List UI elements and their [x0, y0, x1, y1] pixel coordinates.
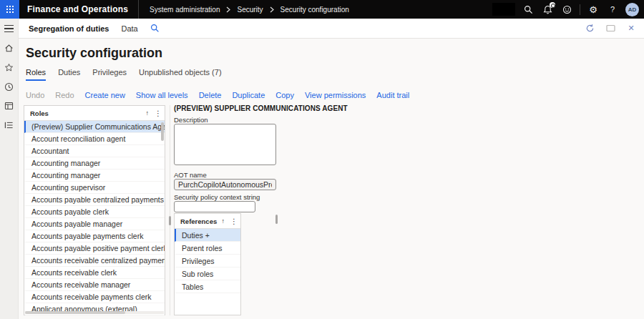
role-row[interactable]: Accounts receivable manager [24, 279, 165, 291]
reference-row[interactable]: Sub roles [175, 268, 240, 280]
column-more-options-icon[interactable]: ⋮ [155, 109, 162, 117]
role-row[interactable]: Account reconciliation agent [24, 133, 165, 145]
content-area: Security configuration Roles Duties Priv… [19, 39, 644, 319]
toolbar-button[interactable]: Copy [275, 91, 294, 99]
notification-badge [550, 2, 555, 8]
breadcrumb: System administration Security Security … [150, 6, 349, 14]
references-grid-header: References ↑ ⋮ [175, 214, 240, 229]
appbar-tabs: Segregation of duties Data [29, 24, 138, 33]
sort-ascending-icon[interactable]: ↑ [222, 217, 225, 225]
toolbar-button[interactable]: Create new [85, 91, 125, 99]
page-tab[interactable]: Roles [26, 68, 46, 81]
page-tab[interactable]: Unpublished objects (7) [139, 68, 222, 81]
role-row[interactable]: Accounts payable positive payment clerk [24, 242, 165, 255]
sort-ascending-icon[interactable]: ↑ [146, 109, 150, 117]
nav-sidebar [0, 19, 19, 319]
role-row[interactable]: Accounts payable clerk [24, 206, 165, 218]
topbar-divider [138, 0, 139, 19]
waffle-icon [6, 6, 14, 13]
description-label: Description [174, 116, 208, 124]
splitter-grip[interactable] [169, 216, 171, 225]
appbar-tab[interactable]: Data [121, 24, 137, 33]
role-row[interactable]: Accounts payable centralized payments cl… [24, 194, 165, 206]
roles-horizontal-scrollbar[interactable] [25, 311, 164, 314]
close-icon[interactable]: ✕ [625, 23, 637, 34]
expand-nav-hamburger-icon[interactable] [4, 24, 14, 34]
notifications-bell-icon[interactable] [541, 3, 554, 16]
references-grid: References ↑ ⋮ Duties + Parent roles Pri… [174, 213, 241, 315]
role-row[interactable]: Accountant [24, 145, 165, 157]
toolbar-button[interactable]: Undo [26, 91, 44, 99]
avatar[interactable]: AD [625, 3, 639, 16]
help-icon[interactable]: ? [606, 3, 619, 16]
roles-grid: Roles ↑ ⋮ (Preview) Supplier Communicati… [24, 105, 165, 315]
reference-row[interactable]: Privileges [175, 255, 240, 268]
description-field[interactable] [174, 124, 276, 165]
role-row[interactable]: (Preview) Supplier Communications Agent [24, 121, 165, 133]
page-tabs: Roles Duties Privileges Unpublished obje… [26, 68, 222, 81]
toolbar-button[interactable]: Delete [199, 91, 222, 99]
roles-vertical-scrollbar[interactable] [161, 122, 164, 141]
appbar-tab[interactable]: Segregation of duties [29, 24, 109, 33]
security-policy-label: Security policy context string [174, 193, 260, 201]
page-title: Security configuration [26, 46, 162, 61]
roles-grid-header: Roles ↑ ⋮ [24, 106, 165, 121]
app-launcher-button[interactable] [0, 0, 19, 19]
reference-row[interactable]: Tables [175, 280, 240, 293]
toolbar-button[interactable]: Show all levels [136, 91, 188, 99]
page-tab[interactable]: Privileges [92, 68, 127, 81]
aot-name-field[interactable] [174, 179, 276, 190]
chevron-right-icon [226, 6, 230, 13]
chevron-right-icon [270, 6, 274, 13]
role-row[interactable]: Accounts payable manager [24, 218, 165, 230]
roles-column-header[interactable]: Roles [30, 109, 49, 117]
splitter-grip[interactable] [275, 215, 278, 224]
toolbar-button[interactable]: Duplicate [232, 91, 265, 99]
recent-clock-icon[interactable] [4, 82, 14, 92]
role-row[interactable]: Accounting manager [24, 157, 165, 170]
search-icon[interactable] [522, 3, 535, 16]
toolbar-button[interactable]: Audit trail [376, 91, 409, 99]
reference-row[interactable]: Parent roles [175, 242, 240, 255]
open-in-new-window-icon[interactable] [605, 23, 616, 34]
references-grid-body: Duties + Parent roles Privileges Sub rol… [175, 229, 240, 293]
breadcrumb-item[interactable]: Security configuration [280, 6, 349, 14]
role-row[interactable]: Accounts receivable payments clerk [24, 291, 165, 303]
references-column-header[interactable]: References [180, 217, 217, 225]
modules-list-icon[interactable] [4, 120, 14, 130]
breadcrumb-item[interactable]: Security [237, 6, 263, 14]
form-search-icon[interactable] [150, 24, 160, 33]
breadcrumb-item[interactable]: System administration [150, 6, 220, 14]
feedback-smiley-icon[interactable] [560, 3, 573, 16]
role-row[interactable]: Accounts payable payments clerk [24, 230, 165, 242]
security-policy-field[interactable] [174, 201, 255, 212]
aot-name-label: AOT name [174, 171, 207, 179]
page-tab[interactable]: Duties [58, 68, 80, 81]
reference-row[interactable]: Duties + [175, 229, 240, 242]
settings-gear-icon[interactable]: ⚙ [587, 3, 600, 16]
environment-label-redacted [492, 3, 515, 16]
workspaces-icon[interactable] [4, 101, 14, 111]
role-row[interactable]: Accounts receivable clerk [24, 267, 165, 279]
refresh-icon[interactable] [584, 23, 595, 34]
selected-role-header: (PREVIEW) SUPPLIER COMMUNICATIONS AGENT [174, 104, 348, 112]
toolbar-button[interactable]: View permissions [305, 91, 366, 99]
topbar: Finance and Operations System administra… [0, 0, 644, 19]
favorites-star-icon[interactable] [4, 62, 14, 72]
app-title[interactable]: Finance and Operations [27, 4, 138, 14]
role-row[interactable]: Accounts receivable centralized payments… [24, 255, 165, 267]
panel-splitter [170, 105, 170, 315]
home-icon[interactable] [4, 43, 14, 53]
appbar: Segregation of duties Data ✕ [19, 19, 644, 39]
action-toolbar: Undo Redo Create new Show all levels Del… [26, 91, 409, 99]
role-row[interactable]: Accounting supervisor [24, 182, 165, 194]
roles-grid-body: (Preview) Supplier Communications Agent … [24, 121, 165, 315]
column-more-options-icon[interactable]: ⋮ [230, 217, 238, 225]
role-row[interactable]: Accounting manager [24, 170, 165, 182]
topbar-icon-divider [580, 4, 580, 15]
toolbar-button[interactable]: Redo [55, 91, 74, 99]
